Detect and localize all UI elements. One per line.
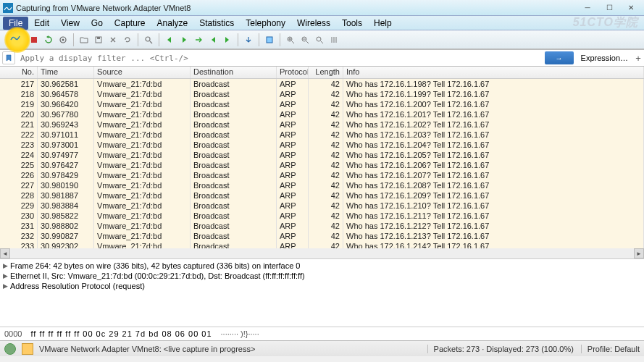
packet-row[interactable]: 22530.976427Vmware_21:7d:bdBroadcastARP4… <box>0 160 644 170</box>
capture-options-button[interactable] <box>57 33 70 46</box>
scroll-right-button[interactable]: ► <box>634 248 644 258</box>
restart-capture-button[interactable] <box>42 33 55 46</box>
reload-button[interactable] <box>121 33 134 46</box>
menu-edit[interactable]: Edit <box>28 17 55 30</box>
packet-row[interactable]: 22330.973001Vmware_21:7d:bdBroadcastARP4… <box>0 140 644 150</box>
cell-time: 30.980190 <box>38 180 94 190</box>
packet-row[interactable]: 22430.974977Vmware_21:7d:bdBroadcastARP4… <box>0 150 644 160</box>
cell-no: 219 <box>0 99 38 109</box>
packet-row[interactable]: 22030.967780Vmware_21:7d:bdBroadcastARP4… <box>0 109 644 119</box>
column-header-source[interactable]: Source <box>94 67 191 78</box>
cell-info: Who has 172.16.1.201? Tell 172.16.1.67 <box>343 109 644 119</box>
cell-destination: Broadcast <box>191 160 277 170</box>
go-back-button[interactable] <box>163 33 176 46</box>
go-to-packet-button[interactable] <box>192 33 205 46</box>
expand-icon[interactable]: ▶ <box>3 272 10 279</box>
status-interface: VMware Network Adapter VMnet8: <live cap… <box>39 345 422 353</box>
menu-help[interactable]: Help <box>368 17 398 30</box>
save-file-button[interactable] <box>92 33 105 46</box>
column-header-info[interactable]: Info <box>343 67 644 78</box>
cell-time: 30.964578 <box>38 89 94 99</box>
go-first-button[interactable] <box>206 33 219 46</box>
menu-analyze[interactable]: Analyze <box>151 17 194 30</box>
horizontal-scrollbar[interactable]: ◄ ► <box>0 248 644 258</box>
menu-tools[interactable]: Tools <box>336 17 368 30</box>
packet-row[interactable]: 22630.978429Vmware_21:7d:bdBroadcastARP4… <box>0 170 644 180</box>
bookmark-filter-button[interactable] <box>2 51 15 64</box>
maximize-button[interactable]: ☐ <box>599 2 619 14</box>
column-header-no[interactable]: No. <box>0 67 38 78</box>
packet-row[interactable]: 23230.990827Vmware_21:7d:bdBroadcastARP4… <box>0 231 644 241</box>
packet-row[interactable]: 22230.971011Vmware_21:7d:bdBroadcastARP4… <box>0 130 644 140</box>
packet-row[interactable]: 23130.988802Vmware_21:7d:bdBroadcastARP4… <box>0 221 644 231</box>
status-packets: Packets: 273 · Displayed: 273 (100.0%) <box>427 345 574 353</box>
cell-source: Vmware_21:7d:bd <box>94 79 191 89</box>
svg-point-10 <box>317 37 321 41</box>
menu-capture[interactable]: Capture <box>109 17 151 30</box>
cell-time: 30.967780 <box>38 109 94 119</box>
detail-row[interactable]: ▶Frame 264: 42 bytes on wire (336 bits),… <box>0 261 644 271</box>
expand-icon[interactable]: ▶ <box>3 282 10 290</box>
menu-go[interactable]: Go <box>85 17 109 30</box>
cell-source: Vmware_21:7d:bd <box>94 140 191 150</box>
auto-scroll-button[interactable] <box>242 33 255 46</box>
packet-row[interactable]: 22930.983884Vmware_21:7d:bdBroadcastARP4… <box>0 201 644 211</box>
packet-row[interactable]: 22130.969243Vmware_21:7d:bdBroadcastARP4… <box>0 119 644 130</box>
cell-time: 30.969243 <box>38 119 94 130</box>
packet-row[interactable]: 21830.964578Vmware_21:7d:bdBroadcastARP4… <box>0 89 644 99</box>
menu-wireless[interactable]: Wireless <box>291 17 336 30</box>
detail-row[interactable]: ▶Ethernet II, Src: Vmware_21:7d:bd (00:0… <box>0 271 644 281</box>
hex-pane[interactable]: 0000 ff ff ff ff ff ff 00 0c 29 21 7d bd… <box>0 327 644 340</box>
display-filter-input[interactable] <box>17 52 542 64</box>
menu-statistics[interactable]: Statistics <box>193 17 240 30</box>
zoom-out-button[interactable] <box>298 33 311 46</box>
column-header-protocol[interactable]: Protocol <box>277 67 309 78</box>
packet-row[interactable]: 22830.981887Vmware_21:7d:bdBroadcastARP4… <box>0 190 644 201</box>
detail-row[interactable]: ▶Address Resolution Protocol (request) <box>0 281 644 291</box>
zoom-reset-button[interactable] <box>313 33 326 46</box>
cell-info: Who has 172.16.1.210? Tell 172.16.1.67 <box>343 201 644 211</box>
cell-destination: Broadcast <box>191 89 277 99</box>
filter-bar: → Expression… + <box>0 49 644 67</box>
open-file-button[interactable] <box>78 33 91 46</box>
detail-text: Ethernet II, Src: Vmware_21:7d:bd (00:0c… <box>10 272 305 280</box>
cell-source: Vmware_21:7d:bd <box>94 180 191 190</box>
packet-row[interactable]: 21730.962581Vmware_21:7d:bdBroadcastARP4… <box>0 79 644 89</box>
find-button[interactable] <box>142 33 155 46</box>
colorize-button[interactable] <box>263 33 276 46</box>
go-last-button[interactable] <box>221 33 234 46</box>
packet-row[interactable]: 21930.966420Vmware_21:7d:bdBroadcastARP4… <box>0 99 644 109</box>
column-header-destination[interactable]: Destination <box>191 67 277 78</box>
expression-button[interactable]: Expression… <box>577 54 632 62</box>
scroll-left-button[interactable]: ◄ <box>0 248 10 258</box>
capture-status-icon[interactable] <box>4 343 16 355</box>
cell-info: Who has 172.16.1.200? Tell 172.16.1.67 <box>343 99 644 109</box>
apply-filter-button[interactable]: → <box>545 51 574 64</box>
scroll-track[interactable] <box>10 248 634 258</box>
packet-details-pane[interactable]: ▶Frame 264: 42 bytes on wire (336 bits),… <box>0 259 644 327</box>
add-filter-button[interactable]: + <box>632 53 644 64</box>
zoom-in-button[interactable] <box>284 33 297 46</box>
expert-info-icon[interactable] <box>22 343 33 355</box>
column-header-length[interactable]: Length <box>309 67 343 78</box>
menu-view[interactable]: View <box>55 17 85 30</box>
minimize-button[interactable]: ─ <box>577 2 598 14</box>
resize-columns-button[interactable] <box>327 33 340 46</box>
cell-destination: Broadcast <box>191 201 277 211</box>
cell-protocol: ARP <box>277 99 309 109</box>
packet-row[interactable]: 23030.985822Vmware_21:7d:bdBroadcastARP4… <box>0 211 644 221</box>
cell-protocol: ARP <box>277 130 309 140</box>
go-forward-button[interactable] <box>177 33 191 46</box>
cell-info: Who has 172.16.1.213? Tell 172.16.1.67 <box>343 231 644 241</box>
menu-telephony[interactable]: Telephony <box>240 17 291 30</box>
packet-row[interactable]: 22730.980190Vmware_21:7d:bdBroadcastARP4… <box>0 180 644 190</box>
cell-time: 30.988802 <box>38 221 94 231</box>
packet-list-header: No. Time Source Destination Protocol Len… <box>0 67 644 79</box>
column-header-time[interactable]: Time <box>38 67 94 78</box>
packet-list-body[interactable]: 21730.962581Vmware_21:7d:bdBroadcastARP4… <box>0 79 644 259</box>
status-profile[interactable]: Profile: Default <box>581 345 640 353</box>
start-capture-button[interactable] <box>9 31 22 44</box>
close-button[interactable]: ✕ <box>621 2 641 14</box>
close-file-button[interactable] <box>106 33 120 46</box>
expand-icon[interactable]: ▶ <box>3 262 10 269</box>
